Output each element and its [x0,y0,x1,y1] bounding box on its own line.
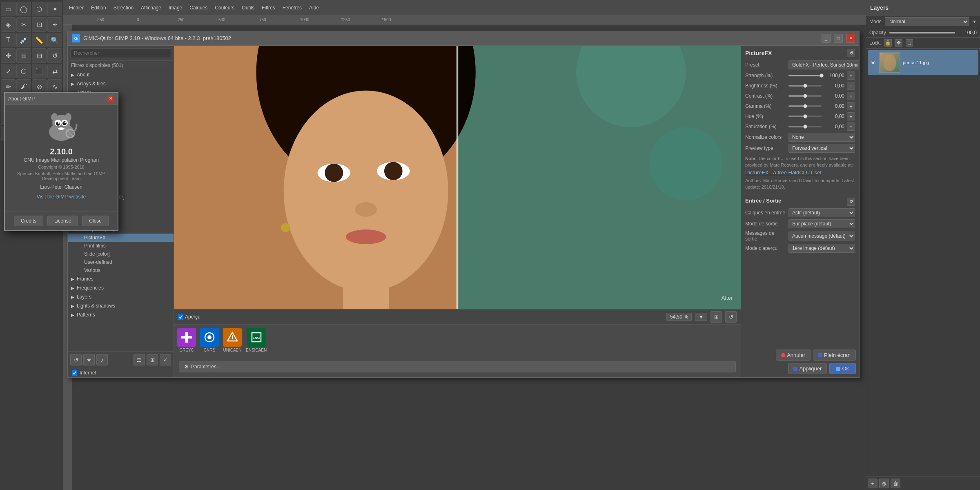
filter-cat-layers[interactable]: ▶ Layers [68,292,174,301]
menu-fenetres[interactable]: Fenêtres [279,3,305,12]
tool-align[interactable]: ⊞ [16,48,31,63]
tool-perspective[interactable]: ⬛ [32,64,47,78]
lock-position-btn[interactable]: ✥ [895,39,902,47]
internet-btn[interactable]: Internet [68,368,174,377]
strength-up-btn[interactable]: + [847,71,855,80]
zoom-fit-btn[interactable]: ⊞ [710,311,722,323]
menu-image[interactable]: Image [165,3,185,12]
calques-select[interactable]: Actif (défaut) Tous [788,208,855,217]
tool-selection-ellipse[interactable]: ◯ [16,2,31,16]
opacity-slider[interactable] [889,32,955,33]
tool-move[interactable]: ✥ [1,48,16,63]
about-close-btn[interactable]: ✕ [107,95,114,102]
mode-sortie-select[interactable]: Sur place (défaut) Nouveau calque [788,219,855,228]
tool-color-picker[interactable]: 💉 [16,33,31,47]
filter-cat-frequencies[interactable]: ▶ Frequencies [68,283,174,292]
menu-couleurs[interactable]: Couleurs [212,3,238,12]
param-btn[interactable]: ⚙ Paramètres... [179,361,736,372]
layer-mode-select[interactable]: Normal Multiply Screen [885,17,969,26]
tool-zoom[interactable]: 🔍 [47,33,62,47]
filter-sub-picturefx[interactable]: PictureFX [68,234,174,242]
apercu-checkbox[interactable] [178,314,183,320]
layer-visibility-eye[interactable]: 👁 [869,59,877,66]
normalize-select[interactable]: None Yes [788,133,855,142]
filter-cat-arrays[interactable]: ▶ Arrays & tiles [68,79,174,88]
filter-cat-patterns[interactable]: ▶ Patterns [68,310,174,319]
tool-selection-free[interactable]: ⬡ [32,2,47,16]
zoom-dropdown[interactable]: ▼ [695,313,707,321]
delete-layer-btn[interactable]: 🗑 [891,479,900,488]
contrast-slider[interactable] [788,95,822,97]
tool-paths[interactable]: ✒ [47,17,62,32]
filter-sub-user-defined[interactable]: User-defined [68,258,174,266]
annuler-btn[interactable]: Annuler [776,350,811,361]
filter-reset-btn[interactable]: ↺ [70,354,82,365]
menu-selection[interactable]: Sélection [110,3,137,12]
tool-rotate[interactable]: ↺ [47,48,62,63]
close-btn[interactable]: Close [82,216,109,226]
credits-btn[interactable]: Credits [14,216,43,226]
gamma-slider[interactable] [788,105,822,107]
menu-edition[interactable]: Édition [88,3,109,12]
brightness-up-btn[interactable]: + [847,82,855,90]
filter-check-btn[interactable]: ✓ [160,354,171,365]
hue-up-btn[interactable]: + [847,112,855,120]
gamma-up-btn[interactable]: + [847,102,855,110]
tool-foreground-select[interactable]: ⊡ [32,17,47,32]
license-btn[interactable]: License [47,216,78,226]
filter-grid-btn[interactable]: ⊞ [147,354,158,365]
app-website[interactable]: Visit the GIMP website [37,194,86,200]
tool-measure[interactable]: 📏 [32,33,47,47]
apercu-label[interactable]: Aperçu [178,314,200,320]
picturefx-reset-btn[interactable]: ↺ [847,49,855,57]
apercu-select[interactable]: 1ère image (défaut) Toutes [788,244,855,253]
filter-note-btn[interactable]: ♪ [96,354,108,365]
gmic-maximize-btn[interactable]: □ [834,34,843,43]
menu-fichier[interactable]: Fichier [66,3,87,12]
filter-cat-frames[interactable]: ▶ Frames [68,274,174,283]
gmic-close-btn[interactable]: ✕ [846,34,855,43]
hue-slider[interactable] [788,116,822,117]
lock-alpha-btn[interactable]: ◻ [906,39,913,47]
tool-shear[interactable]: ⬡ [16,64,31,78]
tool-selection-by-color[interactable]: ◈ [1,17,16,32]
filter-search-input[interactable] [70,48,171,58]
tool-flip[interactable]: ⇄ [47,64,62,78]
menu-affichage[interactable]: Affichage [138,3,165,12]
filter-fav-btn[interactable]: ★ [83,354,95,365]
filter-sub-slide-color[interactable]: Slide [color] [68,250,174,258]
duplicate-layer-btn[interactable]: ⊕ [879,479,889,488]
preset-select[interactable]: GoldFX - Perfect Sunset 10min [788,60,859,69]
menu-aide[interactable]: Aide [306,3,322,12]
contrast-up-btn[interactable]: + [847,92,855,100]
tool-scale[interactable]: ⤢ [1,64,16,78]
filter-sub-various[interactable]: Various [68,266,174,274]
gmic-minimize-btn[interactable]: _ [822,34,831,43]
menu-outils[interactable]: Outils [238,3,258,12]
tool-selection-rect[interactable]: ▭ [1,2,16,16]
filter-cat-lights[interactable]: ▶ Lights & shadows [68,301,174,310]
filter-list-btn[interactable]: ☰ [134,354,145,365]
filter-cat-about[interactable]: ▶ About [68,70,174,79]
preview-type-select[interactable]: Forward vertical Side by side Full [788,144,855,153]
entree-reset-btn[interactable]: ↺ [847,198,855,206]
internet-checkbox[interactable] [72,370,77,376]
tool-text[interactable]: T [1,33,16,47]
plein-ecran-btn[interactable]: Plein écran [813,350,856,361]
filter-sub-print-films[interactable]: Print films [68,242,174,250]
zoom-refresh-btn[interactable]: ↺ [725,311,737,323]
tool-scissors[interactable]: ✂ [16,17,31,32]
menu-calques[interactable]: Calques [186,3,211,12]
tool-crop[interactable]: ⊟ [32,48,47,63]
saturation-up-btn[interactable]: + [847,122,855,131]
tool-selection-fuzzy[interactable]: ✦ [47,2,62,16]
new-layer-btn[interactable]: + [868,479,878,488]
messages-select[interactable]: Aucun message (défaut) Tous [788,232,855,241]
menu-filtres[interactable]: Filtres [258,3,278,12]
lock-pixels-btn[interactable]: 🔒 [884,39,892,47]
saturation-slider[interactable] [788,126,822,127]
ok-btn[interactable]: Ok [829,363,856,374]
strength-slider[interactable] [788,75,822,76]
brightness-slider[interactable] [788,85,822,87]
appliquer-btn[interactable]: Appliquer [788,363,827,374]
